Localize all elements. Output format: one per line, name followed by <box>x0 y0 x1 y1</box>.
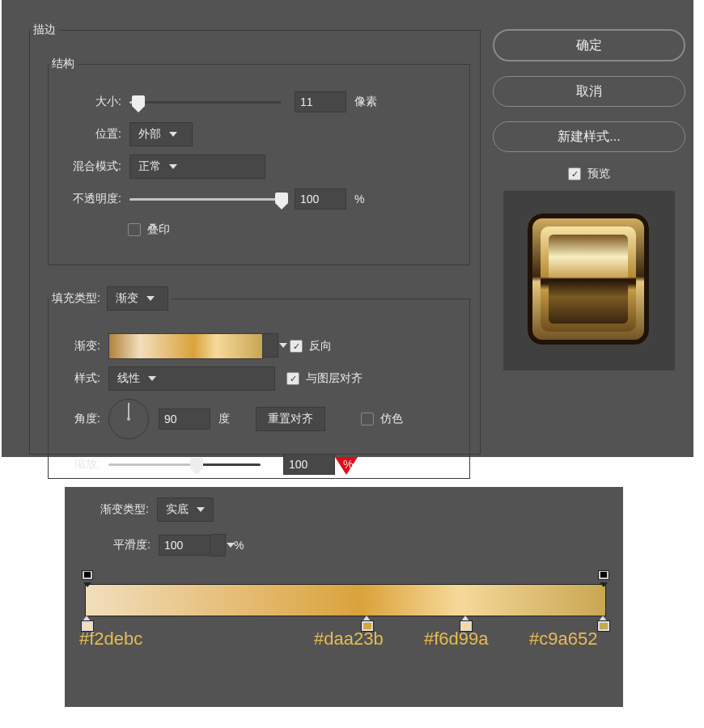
blend-mode-label: 混合模式: <box>49 159 121 174</box>
overprint-checkbox[interactable] <box>128 223 141 236</box>
align-layer-label: 与图层对齐 <box>306 371 363 386</box>
position-select[interactable]: 外部 <box>129 122 193 146</box>
smoothness-label: 平滑度: <box>113 538 151 552</box>
fill-type-select[interactable]: 渐变 <box>107 286 168 311</box>
scale-unit: % <box>343 458 353 471</box>
gradient-swatch[interactable] <box>108 333 263 359</box>
scale-slider[interactable] <box>108 459 261 470</box>
opacity-input[interactable] <box>295 188 346 210</box>
gradient-editor-panel: 渐变类型: 实底 平滑度: % #f2debc #daa23b #f6d99a … <box>65 487 623 707</box>
position-label: 位置: <box>49 127 121 142</box>
opacity-unit: % <box>354 193 364 205</box>
gradient-bar[interactable] <box>85 584 606 616</box>
align-layer-checkbox[interactable] <box>286 372 299 385</box>
scale-input[interactable] <box>283 454 335 475</box>
smoothness-dropdown[interactable] <box>210 534 226 557</box>
hex-4: #c9a652 <box>529 629 597 650</box>
fill-legend: 填充类型: 渐变 <box>49 286 172 311</box>
preview-label: 预览 <box>587 167 610 181</box>
reset-align-button[interactable]: 重置对齐 <box>256 407 325 431</box>
blend-mode-select[interactable]: 正常 <box>129 154 265 179</box>
opacity-slider[interactable] <box>129 193 282 205</box>
size-label: 大小: <box>49 95 121 109</box>
reverse-checkbox[interactable] <box>290 340 303 353</box>
fill-group: 填充类型: 渐变 渐变: 反向 样式: 线性 与图层对齐 角度: <box>48 286 470 479</box>
preview-checkbox[interactable] <box>568 167 581 180</box>
angle-label: 角度: <box>49 412 100 426</box>
hex-2: #daa23b <box>314 629 384 650</box>
side-buttons: 确定 取消 新建样式... 预览 <box>493 29 685 370</box>
scale-label: 缩放: <box>49 457 100 472</box>
opacity-stop-right[interactable] <box>598 570 609 583</box>
structure-group: 结构 大小: 像素 位置: 外部 混合模式: 正常 不透明度: <box>48 57 470 265</box>
style-select[interactable]: 线性 <box>108 366 275 391</box>
gradient-dropdown[interactable] <box>263 333 278 358</box>
gold-icon-preview <box>528 214 649 345</box>
style-label: 样式: <box>49 371 100 386</box>
layer-style-panel: 描边 结构 大小: 像素 位置: 外部 混合模式: 正常 不 <box>2 0 693 457</box>
stroke-group: 描边 结构 大小: 像素 位置: 外部 混合模式: 正常 不 <box>29 23 481 455</box>
angle-input[interactable] <box>159 408 210 430</box>
reverse-label: 反向 <box>309 339 332 353</box>
stroke-title: 描边 <box>30 23 59 37</box>
hex-3: #f6d99a <box>424 629 489 650</box>
gradient-type-select[interactable]: 实底 <box>157 497 214 522</box>
opacity-label: 不透明度: <box>49 192 121 206</box>
hex-1: #f2debc <box>79 629 142 650</box>
dither-checkbox[interactable] <box>361 413 374 425</box>
dither-label: 仿色 <box>380 412 403 426</box>
preview-thumbnail <box>503 191 675 370</box>
angle-dial[interactable] <box>108 399 149 439</box>
size-unit: 像素 <box>354 95 377 109</box>
structure-title: 结构 <box>49 57 78 71</box>
new-style-button[interactable]: 新建样式... <box>493 121 685 152</box>
gradient-label: 渐变: <box>49 339 100 353</box>
size-input[interactable] <box>295 91 346 112</box>
overprint-label: 叠印 <box>147 222 170 237</box>
smoothness-input[interactable] <box>159 535 210 556</box>
smoothness-unit: % <box>234 539 244 552</box>
color-stop-4[interactable] <box>597 616 610 632</box>
ok-button[interactable]: 确定 <box>493 29 685 61</box>
angle-unit: 度 <box>218 412 230 426</box>
gradient-type-label: 渐变类型: <box>100 502 149 517</box>
size-slider[interactable] <box>129 96 282 108</box>
opacity-stop-left[interactable] <box>82 570 93 583</box>
cancel-button[interactable]: 取消 <box>493 76 685 107</box>
